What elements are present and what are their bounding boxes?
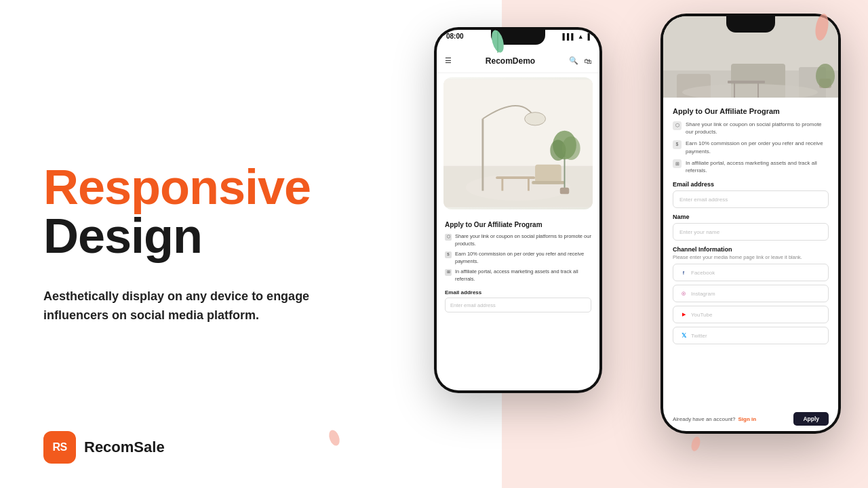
wifi-icon: ▲ [578,33,584,40]
youtube-placeholder: YouTube [691,312,712,318]
phone-1-aff-title: Apply to Our Affiliate Program [445,221,591,228]
decorative-leaf-bottom-left [327,428,342,450]
search-icon[interactable]: 🔍 [569,56,578,65]
phone-1-top-icons: 🔍 🛍 [569,56,591,65]
phone-2-channel-label: Channel Information [673,246,829,253]
description-text: Aesthetically display on any device to e… [43,287,328,325]
phone-1-email-input[interactable]: Enter email address [445,298,591,312]
portal-icon: ⊞ [445,269,452,276]
twitter-icon: 𝕏 [679,331,688,340]
logo-icon: RS [43,431,76,464]
aff-item-1: Share your link or coupon on social plat… [455,233,591,247]
aff-item2-1: Share your link or coupon on social plat… [686,121,829,136]
share-icon: ⬡ [445,234,452,241]
aff-item2-2: Earn 10% commission on per order you ref… [686,140,829,155]
phone-1-affiliate: Apply to Our Affiliate Program ⬡ Share y… [437,214,599,324]
svg-rect-11 [496,176,535,179]
signal-icon: ▌▌▌ [563,33,576,40]
phone-2-email-input[interactable]: Enter email address [673,190,829,208]
svg-point-19 [562,136,580,160]
phone-2-affiliate: Apply to Our Affiliate Program ⬡ Share y… [663,100,838,354]
aff-item2-3: In affiliate portal, access marketing as… [686,159,829,174]
list-item: ⬡ Share your link or coupon on social pl… [673,121,829,136]
phone-2-twitter-input[interactable]: 𝕏 Twitter [673,327,829,344]
cart-icon[interactable]: 🛍 [584,57,591,65]
phone-1-app-title: RecomDemo [486,56,535,66]
phone-2-name-placeholder: Enter your name [679,229,719,235]
logo-area: RS RecomSale [43,431,165,464]
money-icon-2: $ [673,140,682,149]
phone-2-youtube-input[interactable]: ▶ YouTube [673,306,829,323]
phone-1-screen: 08:00 ▌▌▌ ▲ ▐ ☰ RecomDemo 🔍 🛍 [437,30,599,390]
logo-text: RecomSale [84,439,165,456]
phone-1-status-icons: ▌▌▌ ▲ ▐ [563,33,590,40]
svg-point-10 [525,113,546,125]
phone-1-aff-items: ⬡ Share your link or coupon on social pl… [445,233,591,283]
phone-2-channel-sub: Please enter your media home page link o… [673,254,829,260]
list-item: ⊞ In affiliate portal, access marketing … [673,159,829,174]
decorative-leaf-teal [488,28,507,57]
svg-point-28 [816,64,835,88]
sign-in-link[interactable]: Sign in [738,416,757,422]
decorative-leaf-top-right [811,12,833,45]
share-icon-2: ⬡ [673,121,682,130]
phones-area: 08:00 ▌▌▌ ▲ ▐ ☰ RecomDemo 🔍 🛍 [339,0,868,488]
phone-1-product-image [443,77,593,209]
list-item: $ Earn 10% commission on per order you r… [445,251,591,265]
phone-2-name-input[interactable]: Enter your name [673,223,829,241]
battery-icon: ▐ [586,33,590,40]
svg-rect-15 [532,181,564,184]
list-item: ⬡ Share your link or coupon on social pl… [445,233,591,247]
phone-1: 08:00 ▌▌▌ ▲ ▐ ☰ RecomDemo 🔍 🛍 [434,27,602,393]
twitter-placeholder: Twitter [691,333,707,339]
phone-2-email-placeholder: Enter email address [679,197,728,203]
phone-2-bottom-bar: Already have an account? Sign in Apply [663,412,838,426]
phone-2-facebook-input[interactable]: f Facebook [673,264,829,281]
svg-point-2 [814,13,831,42]
svg-point-4 [690,436,701,452]
phone-1-app-bar: ☰ RecomDemo 🔍 🛍 [437,49,599,73]
phone-2-aff-title: Apply to Our Affiliate Program [673,107,829,115]
list-item: ⊞ In affiliate portal, access marketing … [445,268,591,283]
phone-2: Apply to Our Affiliate Program ⬡ Share y… [660,14,841,434]
list-item: $ Earn 10% commission on per order you r… [673,140,829,155]
svg-rect-29 [728,81,765,83]
apply-button[interactable]: Apply [793,412,829,426]
phone-1-email-placeholder: Enter email address [450,302,496,308]
already-text: Already have an account? [673,416,736,422]
portal-icon-2: ⊞ [673,159,682,168]
phone-2-aff-items: ⬡ Share your link or coupon on social pl… [673,121,829,174]
aff-item-3: In affiliate portal, access marketing as… [455,268,591,283]
facebook-icon: f [679,268,688,277]
phone-2-email-label: Email address [673,181,829,188]
facebook-placeholder: Facebook [691,270,715,276]
instagram-icon: ◎ [679,289,688,298]
decorative-leaf-bottom-right [689,435,703,455]
phone-1-time: 08:00 [446,33,464,40]
svg-point-3 [327,428,341,447]
svg-rect-20 [560,188,570,195]
aff-item-2: Earn 10% commission on per order you ref… [455,251,591,265]
menu-icon[interactable]: ☰ [445,56,452,65]
phone-2-instagram-input[interactable]: ◎ Instagram [673,285,829,302]
instagram-placeholder: Instagram [691,291,715,297]
phone-1-email-label: Email address [445,289,591,296]
phone-2-notch [726,16,775,33]
money-icon: $ [445,251,452,258]
phone-2-name-label: Name [673,214,829,220]
youtube-icon: ▶ [679,310,688,319]
phone-2-screen: Apply to Our Affiliate Program ⬡ Share y… [663,16,838,431]
